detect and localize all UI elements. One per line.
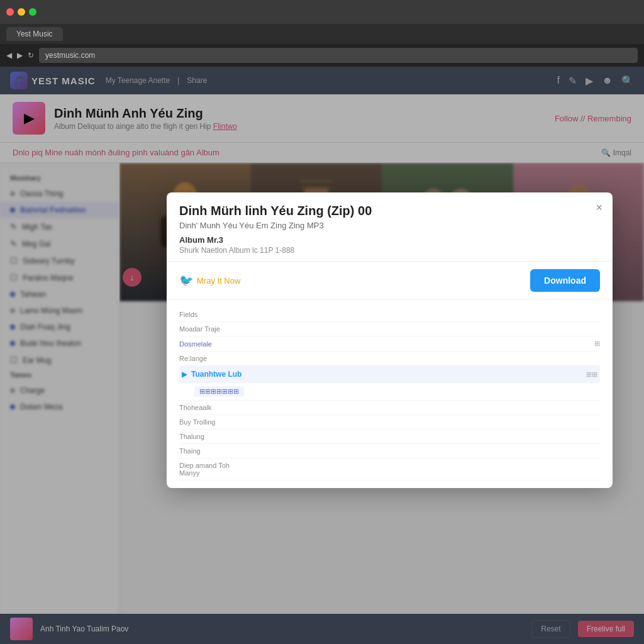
nav-arrow-back[interactable]: ◀ [6, 51, 12, 60]
browser-chrome [0, 0, 644, 24]
modal-dialog: Dinh Mürh linh Yéu Zing (Zip) 00 Dinh' M… [167, 192, 613, 488]
modal-row-dosmelale[interactable]: Dosmelale ⊞ [179, 336, 600, 352]
modal-subtitle: Dinh' Munh Yéu Yéu Em Zing Zing MP3 [179, 221, 600, 230]
modal-row-moadar: Moadar Traje [179, 322, 600, 336]
modal-album-sub: Shurk Naetlon Album lc 11P 1-888 [179, 246, 600, 255]
browser-address-bar: ◀ ▶ ↻ [0, 44, 644, 67]
modal-row-diep-amand: Diep amand Toh Manyy [179, 458, 600, 480]
modal-row-sub: ⊞⊞⊞⊞⊞⊞⊞ [179, 383, 600, 401]
modal-row-thalung: Thalung [179, 430, 600, 444]
modal-row-buy-trolling: Buy Trolling [179, 415, 600, 430]
modal-row-thaing: Thaing [179, 444, 600, 458]
browser-minimize-dot[interactable] [18, 8, 25, 16]
download-button[interactable]: Download [530, 269, 600, 292]
modal-play-button[interactable]: 🐦 Mray It Now [179, 274, 240, 287]
modal-content: Fields Moadar Traje Dosmelale ⊞ Re:lange… [167, 300, 613, 488]
twitter-bird-icon: 🐦 [179, 274, 193, 287]
nav-refresh[interactable]: ↻ [28, 51, 34, 60]
nav-arrow-forward[interactable]: ▶ [17, 51, 23, 60]
modal-row-tuanhtwe[interactable]: ▶ Tuanhtwe Lub ⊞⊞ [179, 366, 600, 383]
modal-action-bar: 🐦 Mray It Now Download [167, 262, 613, 300]
modal-row-relange: Re:lange [179, 352, 600, 366]
browser-tab-bar: Yest Music [0, 24, 644, 44]
app-container: 🎵 YEST MASIC My Teenage Anette | Share f… [0, 67, 644, 644]
browser-close-dot[interactable] [6, 8, 14, 16]
browser-maximize-dot[interactable] [29, 8, 36, 16]
modal-close-button[interactable]: × [596, 201, 602, 214]
modal-row-thoheaalk: Thoheaalk [179, 401, 600, 415]
modal-album-label: Album Mr.3 [179, 235, 600, 245]
modal-row-fields: Fields [179, 308, 600, 322]
browser-tab[interactable]: Yest Music [6, 27, 63, 41]
modal-title: Dinh Mürh linh Yéu Zing (Zip) 00 [179, 204, 600, 218]
play-row-icon: ▶ [182, 370, 187, 379]
modal-header: Dinh Mürh linh Yéu Zing (Zip) 00 Dinh' M… [167, 192, 613, 262]
address-bar-input[interactable] [39, 48, 638, 63]
